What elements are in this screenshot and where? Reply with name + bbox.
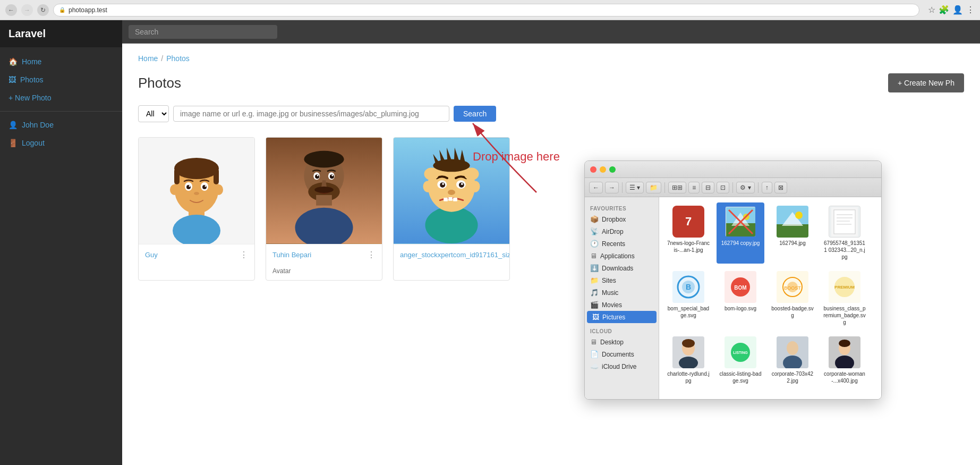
finder-file-thumb-7news: 7 <box>672 206 704 238</box>
svg-point-30 <box>425 207 478 243</box>
sidebar-username: John Doe <box>22 121 54 129</box>
browser-actions: ☆ 🧩 👤 ⋮ <box>928 5 975 15</box>
finder-new-folder-button[interactable]: 📁 <box>646 182 661 193</box>
svg-point-37 <box>433 159 470 172</box>
search-filter-select[interactable]: All <box>138 105 169 122</box>
finder-column-view-button[interactable]: ⊟ <box>702 182 714 193</box>
recents-icon: 🕐 <box>590 240 599 248</box>
finder-sidebar-applications[interactable]: 🖥 Applications <box>585 250 659 262</box>
finder-tag-button[interactable]: ⊠ <box>774 182 787 193</box>
photo-card-menu-2[interactable]: ⋮ <box>367 250 376 260</box>
photo-card-subtitle-2: Avatar <box>266 265 382 280</box>
svg-point-62 <box>795 212 803 219</box>
downloads-icon: ⬇️ <box>590 264 599 272</box>
user-icon: 👤 <box>8 121 18 129</box>
finder-sidebar-sites[interactable]: 📁 Sites <box>585 274 659 286</box>
svg-text:LISTING: LISTING <box>733 351 748 354</box>
photo-card-img-2 <box>266 138 382 244</box>
finder-sidebar-pictures[interactable]: 🖼 Pictures <box>587 311 657 323</box>
finder-file-162794[interactable]: 162794.jpg <box>769 202 816 264</box>
music-icon: 🎵 <box>590 289 599 297</box>
home-icon: 🏠 <box>8 57 18 66</box>
svg-text:BOOST: BOOST <box>784 285 801 291</box>
finder-sidebar-documents[interactable]: 📄 Documents <box>585 348 659 360</box>
sidebar-item-photos[interactable]: 🖼 Photos <box>0 71 122 89</box>
create-new-photo-button[interactable]: + Create New Ph <box>888 73 964 92</box>
svg-point-38 <box>423 181 432 192</box>
finder-file-bom-logo[interactable]: BOM bom-logo.svg <box>717 268 764 329</box>
finder-sidebar-music[interactable]: 🎵 Music <box>585 286 659 299</box>
sidebar-logout[interactable]: 🚪 Logout <box>0 134 122 152</box>
finder-file-business-class[interactable]: PREMIUM business_class_premium_badge.svg <box>821 268 868 329</box>
sidebar-item-home[interactable]: 🏠 Home <box>0 53 122 71</box>
finder-sidebar-desktop[interactable]: 🖥 Desktop <box>585 336 659 348</box>
finder-view-options-button[interactable]: ⚙ ▾ <box>736 182 754 193</box>
finder-minimize-button[interactable] <box>600 166 606 173</box>
address-bar[interactable]: 🔒 photoapp.test <box>53 4 919 16</box>
photo-card-menu-1[interactable]: ⋮ <box>240 250 248 260</box>
page-header: Photos + Create New Ph <box>138 73 964 92</box>
finder-icon-view-button[interactable]: ⊞⊞ <box>668 182 686 193</box>
finder-gallery-view-button[interactable]: ⊡ <box>717 182 729 193</box>
topbar-search-input[interactable] <box>129 25 277 39</box>
account-button[interactable]: 👤 <box>952 5 963 15</box>
finder-sidebar-recents[interactable]: 🕐 Recents <box>585 238 659 250</box>
svg-rect-21 <box>316 195 332 206</box>
finder-sidebar-music-label: Music <box>602 289 618 297</box>
finder-titlebar <box>585 161 881 178</box>
finder-file-7news[interactable]: 7 7news-logo-Francis-...an-1.jpg <box>664 202 712 264</box>
finder-file-67955748[interactable]: 67955748_913511 032343...20_n.jpg <box>821 202 868 264</box>
bookmark-button[interactable]: ☆ <box>928 5 935 15</box>
finder-file-name-7news: 7news-logo-Francis-...an-1.jpg <box>667 240 710 253</box>
finder-file-162794copy[interactable]: 162794 copy.jpg <box>717 202 764 264</box>
desktop-icon: 🖥 <box>590 338 597 346</box>
finder-forward-button[interactable]: → <box>605 182 619 193</box>
finder-file-bom-special[interactable]: B bom_special_badge.svg <box>664 268 712 329</box>
svg-rect-6 <box>214 168 219 184</box>
photo-card-name-2[interactable]: Tuhin Bepari <box>272 251 311 259</box>
dropbox-icon: 📦 <box>590 215 599 223</box>
finder-file-name-corporate-woman: corporate-woman-...x400.jpg <box>823 370 866 384</box>
photo-card-name-1[interactable]: Guy <box>145 251 158 259</box>
finder-sidebar-dropbox[interactable]: 📦 Dropbox <box>585 213 659 225</box>
finder-sidebar-airdrop[interactable]: 📡 AirDrop <box>585 225 659 238</box>
extensions-button[interactable]: 🧩 <box>939 5 949 15</box>
search-button[interactable]: Search <box>454 106 496 122</box>
finder-back-button[interactable]: ← <box>589 182 603 193</box>
finder-list-view2-button[interactable]: ≡ <box>688 182 700 193</box>
finder-close-button[interactable] <box>590 166 596 173</box>
finder-sidebar-applications-label: Applications <box>600 252 635 260</box>
photo-card-3: anger_stockxpertcom_id917161_size01.jpeg… <box>393 137 510 281</box>
finder-file-thumb-corporate-woman <box>829 336 860 368</box>
finder-file-classic-listing[interactable]: LISTING classic-listing-badge.svg <box>717 333 764 387</box>
sidebar-item-new-photo[interactable]: + New Photo <box>0 89 122 107</box>
finder-file-charlotte[interactable]: charlotte-rydlund.jpg <box>664 333 712 387</box>
search-input[interactable] <box>173 106 449 122</box>
sidebar-brand: Laravel <box>0 20 122 47</box>
finder-file-name-162794: 162794.jpg <box>779 240 806 247</box>
back-button[interactable]: ← <box>5 4 17 16</box>
applications-icon: 🖥 <box>590 252 597 260</box>
finder-list-view-button[interactable]: ☰ ▾ <box>626 182 644 193</box>
finder-sidebar-dropbox-label: Dropbox <box>602 216 626 223</box>
svg-rect-47 <box>444 198 448 201</box>
svg-point-14 <box>205 185 207 187</box>
finder-share-button[interactable]: ↑ <box>762 182 772 193</box>
finder-sidebar-downloads[interactable]: ⬇️ Downloads <box>585 262 659 274</box>
menu-button[interactable]: ⋮ <box>966 5 975 15</box>
finder-maximize-button[interactable] <box>609 166 616 173</box>
finder-sidebar-movies[interactable]: 🎬 Movies <box>585 299 659 311</box>
finder-file-corporate703[interactable]: corporate-703x422.jpg <box>769 333 816 387</box>
svg-point-44 <box>442 183 444 185</box>
forward-button[interactable]: → <box>21 4 33 16</box>
finder-icloud-label: iCloud <box>585 323 659 336</box>
photo-card-name-3[interactable]: anger_stockxpertcom_id917161_size01.jpeg <box>400 251 510 259</box>
reload-button[interactable]: ↻ <box>37 4 49 16</box>
svg-rect-64 <box>834 210 855 234</box>
finder-file-name-bom-special: bom_special_badge.svg <box>667 305 710 319</box>
main-content: Home / Photos Photos + Create New Ph All… <box>122 44 980 465</box>
finder-sidebar-icloud-drive[interactable]: ☁️ iCloud Drive <box>585 360 659 373</box>
finder-file-boosted[interactable]: BOOST boosted-badge.svg <box>769 268 816 329</box>
breadcrumb-home-link[interactable]: Home <box>138 54 158 63</box>
finder-file-corporate-woman[interactable]: corporate-woman-...x400.jpg <box>821 333 868 387</box>
